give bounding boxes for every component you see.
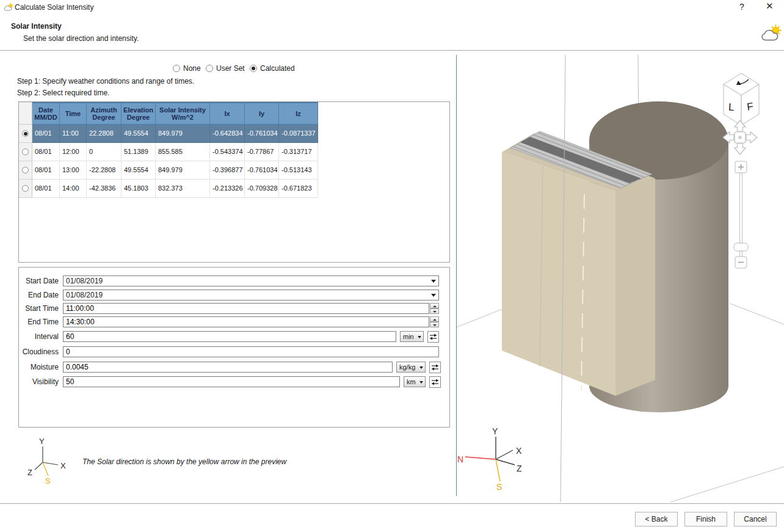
interval-unit-combo[interactable]: min [400,331,424,342]
view-cube[interactable]: L F [724,73,759,125]
start-date-label: Start Date [18,275,59,286]
radio-user-set-circle[interactable] [206,65,213,72]
table-row[interactable]: 08/01 13:00 -22.2808 49.5554 849.979 -0.… [19,161,449,180]
solar-direction-note: The Solar direction is shown by the yell… [82,457,286,466]
visibility-unit-combo[interactable]: km [404,376,426,387]
cloud-sun-icon [4,2,14,12]
radio-none[interactable]: None [173,64,201,73]
moisture-label: Moisture [18,362,59,373]
finish-button[interactable]: Finish [684,512,727,527]
header-iy: Iy [245,102,279,125]
end-time-spinner[interactable] [430,316,439,327]
zoom-handle[interactable] [734,243,748,251]
ground-line [457,307,509,327]
visibility-input[interactable] [63,376,400,387]
table-row[interactable]: 08/01 14:00 -42.3836 45.1803 832.373 -0.… [19,180,449,198]
row-radio[interactable] [19,161,32,180]
step2-text: Step 2: Select required time. [17,89,109,97]
cloud-sun-icon-large [761,23,783,43]
help-button[interactable]: ? [739,2,744,12]
table-row[interactable]: 08/01 12:00 0 51.1389 855.585 -0.543374 … [19,143,449,161]
solar-axis [496,459,500,481]
page-subtitle: Set the solar direction and intensity. [23,34,139,43]
start-time-input[interactable] [63,303,429,314]
chevron-down-icon[interactable] [418,336,421,338]
chevron-down-icon[interactable] [419,366,423,369]
zoom-track[interactable] [740,251,742,257]
box-heatsink-model[interactable] [502,131,655,396]
spinner-up-icon[interactable] [430,316,439,322]
end-time-label: End Time [18,316,59,327]
header-ix: Ix [210,102,245,125]
axis-y-label: Y [39,437,45,446]
interval-input[interactable] [63,331,396,342]
zoom-track[interactable] [740,173,742,243]
table-header-row: DateMM/DD Time AzimuthDegree ElevationDe… [19,102,449,125]
row-radio[interactable] [19,143,32,161]
table-row[interactable]: 08/01 11:00 22.2808 49.5554 849.979 -0.6… [19,125,449,143]
moisture-unit-combo[interactable]: kg/kg [396,362,426,373]
pan-down-arrow[interactable] [735,144,746,155]
cancel-button[interactable]: Cancel [734,512,777,527]
header-time: Time [60,102,87,125]
row-radio[interactable] [19,180,32,198]
header-azimuth: AzimuthDegree [87,102,122,125]
end-time-input[interactable] [63,316,429,327]
back-button[interactable]: < Back [635,512,678,527]
axis-s-label: S [45,476,51,486]
swap-arrows-icon [429,333,437,340]
row-radio[interactable] [19,125,32,143]
moisture-unit-convert-button[interactable] [429,362,441,373]
spinner-down-icon[interactable] [430,322,439,327]
header-iz: Iz [279,102,318,125]
pan-right-arrow[interactable] [746,132,757,143]
step1-text: Step 1: Specify weather conditions and r… [17,77,194,86]
radio-user-set-label: User Set [216,64,245,73]
header-date: DateMM/DD [32,102,60,125]
cloudiness-input[interactable] [63,346,439,357]
spinner-up-icon[interactable] [430,303,439,308]
visibility-unit-convert-button[interactable] [429,376,441,388]
interval-unit-convert-button[interactable] [427,331,439,343]
spinner-down-icon[interactable] [430,308,439,314]
close-button[interactable]: ✕ [766,1,774,12]
axis-triad-preview: Y X Z N S [457,426,522,492]
zoom-slider[interactable] [734,161,748,268]
moisture-input[interactable] [63,362,393,373]
chevron-down-icon[interactable] [419,381,423,384]
axis-x-label: X [516,446,522,456]
interval-label: Interval [18,331,59,342]
radio-calculated-circle[interactable] [250,65,257,72]
swap-arrows-icon [431,364,439,371]
radio-calculated-label: Calculated [260,64,295,73]
start-time-label: Start Time [18,303,59,314]
end-date-label: End Date [18,290,59,301]
cloudiness-label: Cloudiness [18,346,59,357]
radio-calculated[interactable]: Calculated [250,64,295,73]
header-radio-col [19,102,32,125]
start-time-spinner[interactable] [430,303,439,314]
axis-triad: Y X Z S [24,430,70,486]
north-axis [465,457,496,459]
window-title: Calculate Solar Intensity [15,3,93,12]
footer-divider [0,503,784,504]
swap-arrows-icon [431,379,439,385]
radio-none-circle[interactable] [173,65,180,72]
axis-z-label: Z [517,464,522,473]
axis-x-label: X [60,461,66,470]
dialog-calculate-solar-intensity: Calculate Solar Intensity ? ✕ Solar Inte… [0,0,784,532]
chevron-down-icon[interactable] [431,294,436,297]
ground-line [730,304,784,324]
chevron-down-icon[interactable] [431,280,436,283]
ground-line [670,467,784,502]
axis-y-label: Y [492,426,498,436]
viewcube-left-face[interactable]: L [728,101,734,113]
solar-intensity-table: DateMM/DD Time AzimuthDegree ElevationDe… [18,101,450,263]
preview-3d[interactable]: L F Y X [457,51,784,503]
end-date-combo[interactable]: 01/08/2019 [63,290,439,301]
radio-user-set[interactable]: User Set [206,64,245,73]
axis-s-label: S [496,482,502,492]
start-date-combo[interactable]: 01/08/2019 [63,275,439,286]
visibility-label: Visibility [18,376,59,387]
axis-n-label: N [457,454,463,464]
